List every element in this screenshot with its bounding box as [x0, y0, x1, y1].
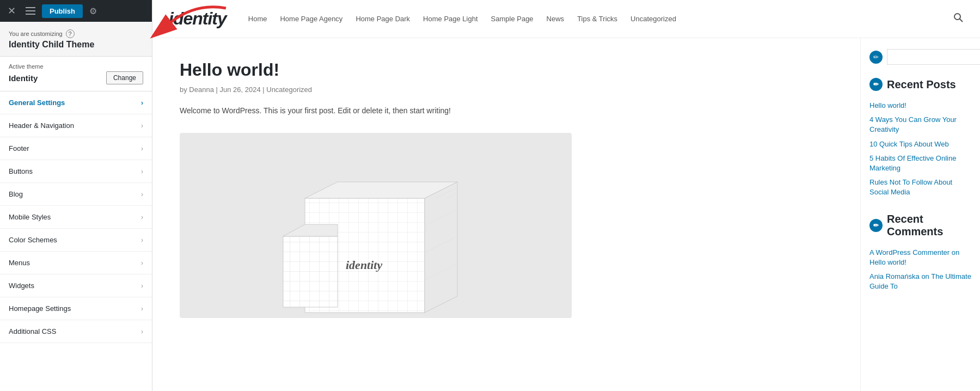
svg-marker-10 [425, 182, 457, 313]
chevron-icon: › [141, 236, 143, 244]
sidebar-menu-item[interactable]: Blog› [0, 183, 152, 206]
nav-link[interactable]: Sample Page [491, 15, 534, 23]
post-title: Hello world! [180, 60, 833, 80]
publish-button[interactable]: Publish [42, 4, 83, 18]
sidebar-menu-item[interactable]: Color Schemes› [0, 229, 152, 252]
chevron-icon: › [141, 328, 143, 335]
sidebar-menu-item[interactable]: Header & Navigation› [0, 114, 152, 137]
chevron-icon: › [141, 305, 143, 313]
sidebar-menu-item[interactable]: Homepage Settings› [0, 297, 152, 320]
nav-link[interactable]: Uncategorized [630, 15, 676, 23]
svg-rect-9 [283, 236, 338, 307]
recent-comment-item[interactable]: Ania Romańska on The Ultimate Guide To [869, 270, 971, 294]
svg-rect-1 [26, 10, 35, 11]
post-image: identity [180, 133, 572, 318]
customizing-theme-name: Identity Child Theme [9, 40, 143, 50]
sidebar-menu-item[interactable]: Buttons› [0, 160, 152, 183]
svg-rect-0 [26, 7, 35, 8]
post-meta: by Deanna | Jun 26, 2024 | Uncategorized [180, 85, 833, 94]
help-icon[interactable]: ? [66, 29, 75, 38]
recent-comments-icon: ✏ [869, 219, 883, 232]
recent-post-item[interactable]: 4 Ways You Can Grow Your Creativity [869, 113, 971, 137]
reorder-button[interactable] [22, 5, 39, 17]
recent-comment-item[interactable]: A WordPress Commenter on Hello world! [869, 246, 971, 270]
post-excerpt: Welcome to WordPress. This is your first… [180, 105, 833, 117]
chevron-icon: › [141, 168, 143, 175]
nav-link[interactable]: Home [248, 15, 267, 23]
main-content: identity HomeHome Page AgencyHome Page D… [152, 0, 980, 391]
sidebar-menu-item[interactable]: Widgets› [0, 274, 152, 297]
sidebar-menu: General Settings›Header & Navigation›Foo… [0, 91, 152, 391]
search-input[interactable] [887, 49, 980, 65]
nav-link[interactable]: Home Page Dark [356, 15, 410, 23]
image-box-3d: identity [180, 133, 572, 318]
sidebar-menu-item[interactable]: Menus› [0, 252, 152, 274]
recent-post-item[interactable]: Hello world! [869, 99, 971, 113]
customizing-label: You are customizing ? [9, 29, 143, 38]
sidebar-menu-item[interactable]: Footer› [0, 137, 152, 160]
customizing-info: You are customizing ? Identity Child The… [0, 22, 152, 57]
sidebar-menu-item[interactable]: Additional CSS› [0, 320, 152, 343]
search-widget-icon: ✏ [869, 51, 883, 64]
chevron-icon: › [141, 259, 143, 267]
recent-posts-list: Hello world!4 Ways You Can Grow Your Cre… [869, 99, 971, 200]
recent-comments-list: A WordPress Commenter on Hello world!Ani… [869, 246, 971, 294]
sidebar-menu-item[interactable]: Mobile Styles› [0, 206, 152, 229]
nav-link[interactable]: Home Page Agency [280, 15, 342, 23]
chevron-icon: › [141, 282, 143, 290]
close-button[interactable]: ✕ [4, 3, 19, 19]
nav-link[interactable]: Tips & Tricks [577, 15, 617, 23]
recent-post-item[interactable]: 10 Quick Tips About Web [869, 137, 971, 151]
search-icon[interactable] [953, 12, 964, 26]
chevron-icon: › [141, 122, 143, 130]
customizer-sidebar: ✕ Publish ⚙ You are customiz [0, 0, 152, 391]
gear-button[interactable]: ⚙ [86, 4, 100, 19]
recent-posts-title: ✏ Recent Posts [869, 78, 971, 91]
svg-text:identity: identity [346, 258, 382, 272]
sidebar-menu-item[interactable]: General Settings› [0, 91, 152, 114]
active-theme-row: Identity Change [9, 71, 143, 84]
svg-marker-12 [283, 224, 338, 236]
recent-post-item[interactable]: Rules Not To Follow About Social Media [869, 175, 971, 199]
active-theme-section: Active theme Identity Change [0, 57, 152, 91]
svg-rect-2 [26, 14, 35, 15]
chevron-icon: › [141, 213, 143, 221]
active-theme-label: Active theme [9, 63, 143, 70]
recent-comments-title: ✏ Recent Comments [869, 213, 971, 238]
active-theme-name: Identity [9, 74, 38, 83]
site-navigation: identity HomeHome Page AgencyHome Page D… [152, 0, 980, 38]
chevron-icon: › [141, 145, 143, 152]
sidebar-widgets: ✏ Search ✏ Recent Posts Hello world!4 Wa… [860, 38, 980, 391]
recent-post-item[interactable]: 5 Habits Of Effective Online Marketing [869, 151, 971, 175]
chevron-icon: › [141, 99, 143, 107]
chevron-icon: › [141, 191, 143, 198]
site-logo: identity [169, 9, 226, 29]
nav-links: HomeHome Page AgencyHome Page DarkHome P… [248, 15, 953, 23]
content-area: Hello world! by Deanna | Jun 26, 2024 | … [152, 38, 980, 391]
recent-posts-icon: ✏ [869, 78, 883, 91]
svg-point-4 [954, 14, 960, 20]
search-widget: ✏ Search [869, 49, 971, 65]
change-theme-button[interactable]: Change [106, 71, 143, 84]
nav-link[interactable]: Home Page Light [423, 15, 477, 23]
svg-line-5 [960, 19, 963, 22]
post-content: Hello world! by Deanna | Jun 26, 2024 | … [152, 38, 860, 391]
nav-link[interactable]: News [547, 15, 565, 23]
sidebar-topbar: ✕ Publish ⚙ [0, 0, 152, 22]
